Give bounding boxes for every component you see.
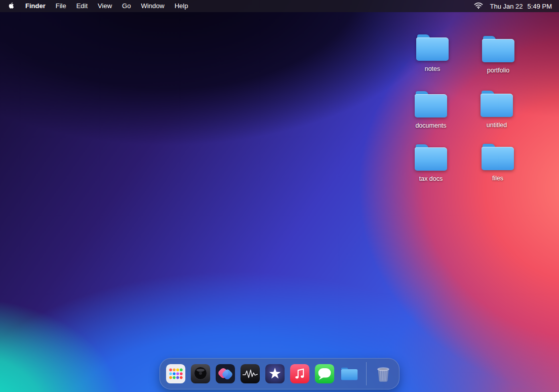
wifi-icon[interactable] — [474, 2, 483, 11]
desktop-wallpaper: Finder File Edit View Go Window Help Thu… — [0, 0, 559, 392]
dock-separator — [366, 362, 367, 385]
folder-icon — [416, 34, 449, 61]
menu-clock[interactable]: Thu Jan 22 5:49 PM — [487, 3, 552, 10]
menu-item-go[interactable]: Go — [117, 0, 136, 12]
shortcuts-icon[interactable] — [215, 364, 235, 384]
menu-item-finder[interactable]: Finder — [20, 0, 51, 12]
launchpad-icon[interactable] — [166, 364, 186, 384]
menu-item-window[interactable]: Window — [136, 0, 169, 12]
dock — [159, 358, 400, 389]
menu-bar: Finder File Edit View Go Window Help Thu… — [0, 0, 559, 12]
messages-icon[interactable] — [314, 364, 335, 384]
folder-label: tax docs — [398, 175, 464, 182]
waveform-app-icon[interactable] — [240, 364, 260, 384]
dock-folder-icon[interactable] — [339, 364, 360, 384]
desktop-folder-files[interactable]: files — [465, 144, 531, 182]
music-icon[interactable] — [290, 364, 310, 384]
folder-label: untitled — [464, 122, 530, 129]
turntable-app-icon[interactable] — [190, 364, 211, 384]
menu-item-view[interactable]: View — [93, 0, 117, 12]
folder-icon — [415, 144, 447, 171]
menu-bar-right: Thu Jan 22 5:49 PM — [474, 2, 552, 11]
menu-item-help[interactable]: Help — [170, 0, 193, 12]
menu-bar-left: Finder File Edit View Go Window Help — [7, 0, 193, 12]
folder-label: files — [465, 175, 531, 182]
folder-icon — [482, 36, 514, 62]
menu-date: Thu Jan 22 — [490, 3, 523, 10]
folder-label: portfolio — [465, 67, 531, 74]
menu-item-file[interactable]: File — [51, 0, 71, 12]
folder-icon — [415, 91, 447, 117]
menu-item-edit[interactable]: Edit — [71, 0, 93, 12]
desktop-folder-notes[interactable]: notes — [400, 34, 465, 72]
folder-icon — [481, 91, 513, 117]
desktop-folder-tax-docs[interactable]: tax docs — [398, 144, 464, 182]
folder-icon — [482, 144, 514, 170]
folder-label: documents — [398, 122, 464, 129]
menu-time: 5:49 PM — [528, 3, 552, 10]
star-app-icon[interactable] — [265, 364, 285, 384]
apple-logo-icon — [8, 2, 15, 11]
trash-icon[interactable] — [373, 364, 393, 384]
apple-menu[interactable] — [7, 2, 20, 11]
desktop-folder-portfolio[interactable]: portfolio — [465, 36, 531, 74]
desktop-folder-documents[interactable]: documents — [398, 91, 464, 129]
desktop-folder-untitled[interactable]: untitled — [464, 91, 530, 129]
folder-label: notes — [400, 65, 465, 72]
